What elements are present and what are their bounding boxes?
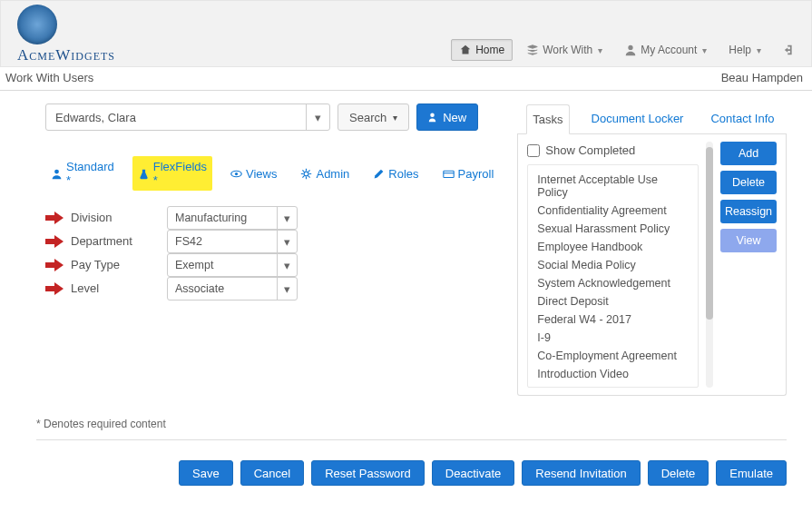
tab-roles[interactable]: Roles xyxy=(367,156,424,191)
task-item[interactable]: Federal W4 - 2017 xyxy=(533,310,692,329)
svg-point-5 xyxy=(305,172,309,176)
emulate-button[interactable]: Emulate xyxy=(716,460,787,486)
label-paytype: Pay Type xyxy=(71,258,167,271)
task-item[interactable]: System Acknowledgement xyxy=(533,274,692,292)
tab-flexfields[interactable]: FlexFields * xyxy=(132,156,212,191)
svg-point-1 xyxy=(430,113,435,118)
user-select-input[interactable] xyxy=(46,104,306,130)
nav-logout[interactable] xyxy=(775,39,804,61)
tab-admin[interactable]: Admin xyxy=(295,156,355,191)
arrow-icon xyxy=(45,235,64,248)
scrollbar[interactable] xyxy=(706,142,713,388)
flask-icon xyxy=(138,168,150,180)
task-item[interactable]: I-9 xyxy=(533,329,692,347)
arrow-icon xyxy=(45,282,64,295)
nav-my-account[interactable]: My Account xyxy=(616,39,715,61)
delete-user-button[interactable]: Delete xyxy=(648,460,709,486)
chevron-down-icon[interactable]: ▾ xyxy=(277,254,297,276)
home-icon xyxy=(459,44,472,56)
tasks-panel: Show Completed Internet Acceptable Use P… xyxy=(517,134,787,396)
logo-icon xyxy=(17,5,57,44)
top-bar: AcmeWidgets Home Work With My Account He… xyxy=(0,0,812,67)
nav-home[interactable]: Home xyxy=(451,39,513,61)
app-name: AcmeWidgets xyxy=(17,46,115,64)
user-select[interactable]: ▾ xyxy=(45,103,330,131)
chevron-down-icon[interactable]: ▾ xyxy=(277,207,297,229)
nav-work-with[interactable]: Work With xyxy=(518,39,611,61)
select-paytype[interactable]: Exempt▾ xyxy=(167,253,298,277)
tab-payroll[interactable]: Payroll xyxy=(437,156,500,191)
user-select-dropdown[interactable]: ▾ xyxy=(306,104,329,130)
svg-rect-6 xyxy=(443,171,453,177)
svg-point-4 xyxy=(235,172,238,174)
eye-icon xyxy=(230,168,242,180)
page-title: Work With Users xyxy=(5,71,93,84)
select-department[interactable]: FS42▾ xyxy=(167,230,298,253)
task-item[interactable]: Sexual Harassment Policy xyxy=(533,220,692,238)
task-item[interactable]: Social Media Policy xyxy=(533,256,692,274)
select-division[interactable]: Manufacturing▾ xyxy=(167,206,298,230)
label-level: Level xyxy=(71,281,167,295)
task-item[interactable]: Internet Acceptable Use Policy xyxy=(533,171,692,202)
footer-actions: Save Cancel Reset Password Deactivate Re… xyxy=(0,448,812,502)
task-item[interactable]: Employee Handbook xyxy=(533,238,692,256)
stack-icon xyxy=(526,44,539,56)
new-button[interactable]: New xyxy=(416,103,478,131)
task-item[interactable]: Co-Employment Agreement xyxy=(533,347,692,365)
logout-icon xyxy=(783,44,796,56)
save-button[interactable]: Save xyxy=(179,460,233,486)
label-department: Department xyxy=(71,234,167,248)
svg-point-2 xyxy=(54,169,59,173)
delete-button[interactable]: Delete xyxy=(720,171,777,194)
logo: AcmeWidgets xyxy=(17,5,115,64)
task-item[interactable]: Familiarize yourself with the breakroom xyxy=(533,383,692,388)
chevron-down-icon[interactable]: ▾ xyxy=(277,231,297,252)
svg-point-0 xyxy=(629,45,633,50)
task-item[interactable]: Direct Deposit xyxy=(533,292,692,310)
view-button[interactable]: View xyxy=(720,229,777,252)
scroll-thumb[interactable] xyxy=(706,147,713,320)
label-division: Division xyxy=(71,211,167,224)
gear-icon xyxy=(300,168,312,180)
sub-bar: Work With Users Beau Hampden xyxy=(0,67,812,91)
show-completed-row[interactable]: Show Completed xyxy=(527,142,699,164)
user-icon xyxy=(624,44,637,56)
user-icon xyxy=(51,168,63,180)
task-item[interactable]: Introduction Video xyxy=(533,365,692,383)
tab-views[interactable]: Views xyxy=(225,156,282,191)
card-icon xyxy=(443,168,455,180)
reassign-button[interactable]: Reassign xyxy=(720,200,777,223)
nav-help[interactable]: Help xyxy=(720,39,769,61)
required-footnote: * Denotes required content xyxy=(36,418,787,440)
reset-password-button[interactable]: Reset Password xyxy=(311,460,425,486)
tab-standard[interactable]: Standard * xyxy=(45,156,120,191)
task-item[interactable]: Confidentiality Agreement xyxy=(533,202,692,220)
arrow-icon xyxy=(45,212,64,224)
arrow-icon xyxy=(45,259,64,271)
pencil-icon xyxy=(373,168,385,180)
select-level[interactable]: Associate▾ xyxy=(167,277,298,300)
show-completed-checkbox[interactable] xyxy=(527,144,540,157)
user-plus-icon xyxy=(428,112,439,123)
cancel-button[interactable]: Cancel xyxy=(240,460,304,486)
add-button[interactable]: Add xyxy=(720,142,777,165)
deactivate-button[interactable]: Deactivate xyxy=(432,460,514,486)
task-list: Internet Acceptable Use PolicyConfidenti… xyxy=(527,164,699,388)
chevron-down-icon[interactable]: ▾ xyxy=(277,278,297,300)
current-user: Beau Hampden xyxy=(721,71,803,84)
resend-invitation-button[interactable]: Resend Invitation xyxy=(522,460,640,486)
tab-tasks[interactable]: Tasks xyxy=(526,104,569,134)
tab-document-locker[interactable]: Document Locker xyxy=(586,104,690,134)
tab-contact-info[interactable]: Contact Info xyxy=(705,104,779,134)
search-button[interactable]: Search xyxy=(338,103,409,131)
